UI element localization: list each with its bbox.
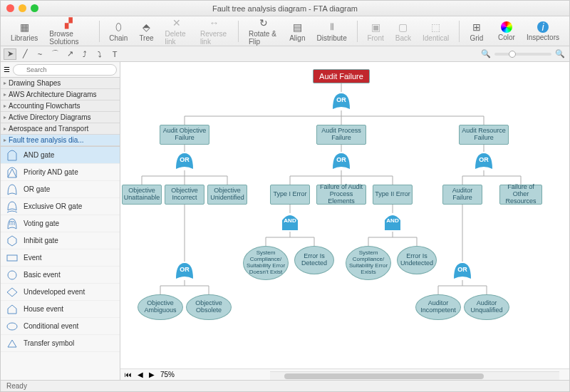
back-button[interactable]: ▢Back	[391, 21, 415, 42]
connector-3[interactable]: ⤵	[93, 48, 106, 60]
line-tool[interactable]: ╱	[19, 48, 31, 60]
zoom-value: 75%	[160, 371, 175, 378]
shape-priority-and[interactable]: Priority AND gate	[1, 164, 120, 181]
node-obj-ambig[interactable]: Objective Ambiguous	[138, 294, 183, 320]
cat-accounting[interactable]: Accounting Flowcharts	[1, 100, 120, 112]
grid-button[interactable]: ⊞Grid	[465, 21, 488, 42]
basic-event-icon	[5, 269, 19, 282]
shape-undeveloped[interactable]: Undeveloped event	[1, 284, 120, 301]
node-sys-exist[interactable]: System Compliance/ Suitability Error Exi…	[346, 246, 391, 280]
node-fail-other[interactable]: Failure of Other Resources	[499, 185, 542, 205]
event-icon	[5, 252, 19, 264]
gate-or-res[interactable]: OR	[473, 152, 494, 170]
horizontal-scrollbar[interactable]	[270, 371, 559, 380]
gate-or-top[interactable]: OR	[331, 92, 352, 110]
gate-or-obj[interactable]: OR	[174, 152, 195, 170]
curve-tool[interactable]: ~	[33, 48, 46, 60]
node-obj-unatt[interactable]: Objective Unattainable	[122, 185, 162, 205]
xor-gate-icon	[5, 200, 19, 213]
shape-xor-gate[interactable]: Exclusive OR gate	[1, 198, 120, 215]
reverse-link-button[interactable]: ↔Reverse link	[196, 16, 232, 46]
shape-and-gate[interactable]: AND gate	[1, 147, 120, 164]
cat-aws[interactable]: AWS Architecture Diagrams	[1, 89, 120, 100]
canvas[interactable]: Audit Failure OR Audit Objective Failure…	[120, 62, 569, 380]
gate-or-objinc[interactable]: OR	[174, 262, 195, 280]
cat-ad[interactable]: Active Directory Diagrams	[1, 112, 120, 123]
browse-icon: ▞	[62, 16, 76, 29]
rotate-icon: ↻	[256, 16, 271, 29]
grid-icon: ⊞	[470, 21, 484, 33]
identical-button[interactable]: ⬚Identical	[418, 21, 453, 42]
main-toolbar: ▦Libraries ▞Browse Solutions ⬯Chain ⬘Tre…	[1, 16, 569, 46]
node-type2[interactable]: Type II Error	[373, 185, 413, 205]
node-sys-noexist[interactable]: System Compliance/ Suitability Error Doe…	[243, 246, 289, 280]
browse-button[interactable]: ▞Browse Solutions	[45, 16, 93, 46]
close-icon[interactable]	[6, 4, 14, 12]
shape-house-event[interactable]: House event	[1, 301, 120, 318]
page-nav-prev[interactable]: ◀	[138, 371, 143, 378]
shape-conditional[interactable]: Conditional event	[1, 318, 120, 335]
minimize-icon[interactable]	[19, 4, 26, 12]
node-aud-res-fail[interactable]: Audit Resource Failure	[459, 125, 509, 145]
cat-aerospace[interactable]: Aerospace and Transport	[1, 123, 120, 135]
align-icon: ▤	[290, 21, 304, 33]
node-aud-proc-fail[interactable]: Audit Process Failure	[316, 125, 366, 145]
node-err-det[interactable]: Error Is Detected	[294, 246, 334, 274]
tree-button[interactable]: ⬘Tree	[135, 21, 157, 42]
color-button[interactable]: Color	[494, 21, 519, 41]
inspectors-button[interactable]: iInspectors	[522, 21, 564, 41]
node-err-undet[interactable]: Error Is Undetected	[397, 246, 437, 274]
cat-drawing[interactable]: Drawing Shapes	[1, 78, 120, 89]
node-auditor-fail[interactable]: Auditor Failure	[442, 185, 482, 205]
svg-text:m: m	[9, 219, 15, 227]
list-view-icon[interactable]: ☰	[4, 66, 10, 73]
rotate-flip-button[interactable]: ↻Rotate & Flip	[244, 16, 282, 46]
connector-1[interactable]: ↗	[63, 48, 76, 60]
node-aud-unqual[interactable]: Auditor Unqualified	[464, 294, 509, 320]
search-input[interactable]	[13, 64, 117, 76]
text-tool[interactable]: T	[108, 48, 121, 60]
window-title: Fault tree analysis diagram - FTA diagra…	[212, 4, 358, 13]
distribute-button[interactable]: ⫴Distribute	[312, 21, 351, 42]
front-button[interactable]: ▣Front	[363, 21, 388, 42]
align-button[interactable]: ▤Align	[285, 21, 309, 42]
chain-button[interactable]: ⬯Chain	[105, 21, 132, 42]
gate-and-2[interactable]: AND	[382, 213, 403, 232]
page-nav-first[interactable]: ⏮	[125, 371, 132, 378]
shape-basic-event[interactable]: Basic event	[1, 267, 120, 284]
separator	[99, 21, 100, 42]
connector-2[interactable]: ⤴	[78, 48, 91, 60]
cat-fta[interactable]: Fault tree analysis dia...	[1, 135, 120, 146]
shape-inhibit-gate[interactable]: Inhibit gate	[1, 232, 120, 249]
node-fail-elems[interactable]: Failure of Audit Process Elements	[316, 185, 366, 205]
node-aud-obj-fail[interactable]: Audit Objective Failure	[160, 125, 209, 145]
shape-transfer[interactable]: Transfer symbol	[1, 335, 120, 352]
front-icon: ▣	[368, 21, 383, 33]
zoom-out-tool[interactable]: 🔍	[480, 48, 492, 60]
node-aud-incomp[interactable]: Auditor Incompetent	[415, 294, 461, 320]
shape-event[interactable]: Event	[1, 249, 120, 267]
shape-voting-gate[interactable]: mVoting gate	[1, 215, 120, 232]
shape-or-gate[interactable]: OR gate	[1, 181, 120, 198]
priority-and-icon	[5, 166, 19, 179]
separator	[459, 21, 460, 42]
node-type1[interactable]: Type I Error	[270, 185, 310, 205]
pointer-tool[interactable]: ➤	[4, 48, 16, 60]
node-obj-unid[interactable]: Objective Unidentified	[207, 185, 247, 205]
gate-or-auditor[interactable]: OR	[452, 262, 473, 280]
sidebar: ☰ ⊞ 🔍 Drawing Shapes AWS Architecture Di…	[1, 62, 120, 380]
delete-link-button[interactable]: ✕Delete link	[161, 16, 193, 46]
zoom-in-tool[interactable]: 🔍	[554, 48, 566, 60]
node-obj-incorr[interactable]: Objective Incorrect	[165, 185, 204, 205]
node-obj-obsol[interactable]: Objective Obsolete	[186, 294, 232, 320]
zoom-slider[interactable]	[494, 53, 551, 56]
back-icon: ▢	[396, 21, 410, 33]
identical-icon: ⬚	[429, 21, 443, 33]
page-nav-next[interactable]: ▶	[149, 371, 155, 378]
gate-or-proc[interactable]: OR	[331, 152, 352, 170]
libraries-button[interactable]: ▦Libraries	[6, 21, 42, 42]
arc-tool[interactable]: ⌒	[48, 48, 61, 60]
gate-and-1[interactable]: AND	[279, 213, 301, 232]
zoom-icon[interactable]	[31, 4, 38, 12]
node-top[interactable]: Audit Failure	[313, 69, 370, 83]
